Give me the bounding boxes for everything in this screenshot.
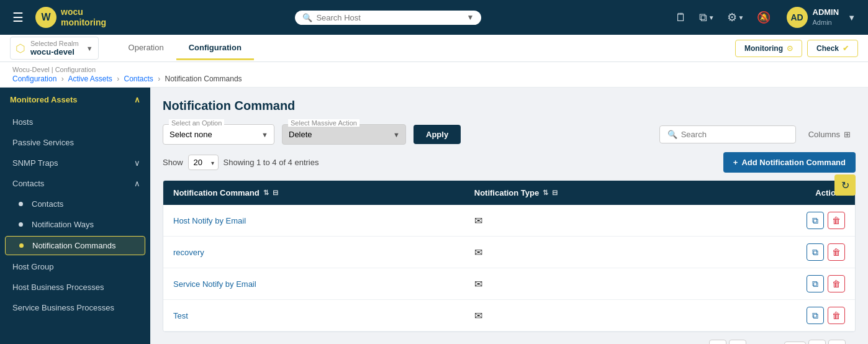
breadcrumb-bar: Wocu-Devel | Configuration Configuration…: [0, 62, 868, 88]
email-icon-3: ✉: [474, 310, 482, 321]
monitoring-icon: ⊙: [787, 44, 793, 53]
notif-ways-dot: [19, 222, 23, 227]
toolbar: Select an Option Select none ▼ Select Ma…: [163, 124, 856, 145]
sidebar-item-host-business-processes[interactable]: Host Business Processes: [0, 277, 150, 297]
cell-command-2: Service Notify by Email: [163, 268, 464, 300]
delete-button-2[interactable]: 🗑: [828, 275, 845, 292]
add-icon: +: [733, 158, 738, 167]
copy-button-3[interactable]: ⧉: [807, 307, 824, 324]
apply-button[interactable]: Apply: [414, 125, 461, 144]
breadcrumb-active-assets[interactable]: Active Assets: [68, 75, 112, 83]
select-option-dropdown[interactable]: Select none: [163, 124, 274, 145]
show-entries-wrap: 20 ▾: [188, 155, 219, 170]
top-right-btns: Monitoring ⊙ Check ✔: [735, 40, 858, 57]
sidebar-item-notification-ways[interactable]: Notification Ways: [0, 214, 150, 235]
tab-operation[interactable]: Operation: [116, 37, 176, 60]
settings-dropdown-icon: ▼: [738, 14, 744, 21]
cell-command-0: Host Notify by Email: [163, 205, 464, 237]
delete-button-1[interactable]: 🗑: [828, 243, 845, 261]
hamburger-icon[interactable]: ☰: [7, 7, 29, 27]
refresh-icon: ↻: [841, 179, 849, 191]
breadcrumb-notification-commands: Notification Commands: [165, 75, 242, 83]
tab-bar: Operation Configuration: [116, 37, 254, 60]
pagination-page-select-wrap: 1 ▾: [784, 342, 806, 344]
tab-configuration[interactable]: Configuration: [176, 37, 254, 60]
breadcrumb: Configuration › Active Assets › Contacts…: [12, 75, 856, 83]
admin-profile-btn[interactable]: AD ADMIN Admin ▼: [782, 4, 861, 30]
admin-info: ADMIN Admin: [813, 7, 839, 27]
refresh-button[interactable]: ↻: [834, 174, 856, 196]
sidebar-contacts-section[interactable]: Contacts ∧: [0, 173, 150, 194]
realm-info: Selected Realm wocu-devel: [30, 40, 79, 57]
pagination-next-button[interactable]: ›: [808, 340, 826, 344]
th-notification-command: Notification Command ⇅ ⊟: [163, 181, 464, 205]
contacts-chevron-icon: ∧: [134, 179, 140, 188]
add-notification-command-button[interactable]: + Add Notification Command: [723, 152, 856, 173]
columns-button[interactable]: Columns ⊞: [803, 126, 856, 143]
top-nav: ☰ W wocu monitoring 🔍 ▼ 🗒 ⧉ ▼ ⚙ ▼ 🔕: [0, 0, 868, 35]
check-button[interactable]: Check ✔: [807, 40, 858, 57]
cell-type-2: ✉: [464, 268, 714, 300]
cell-actions-1: ⧉ 🗑: [714, 237, 855, 268]
search-input[interactable]: [316, 13, 463, 22]
pagination-page-select[interactable]: 1: [784, 342, 806, 344]
alert-icon: 🔕: [757, 11, 771, 24]
th-notification-type: Notification Type ⇅ ⊟: [464, 181, 714, 205]
cell-actions-3: ⧉ 🗑: [714, 300, 855, 332]
cell-type-1: ✉: [464, 237, 714, 268]
sidebar-item-contacts[interactable]: Contacts: [0, 194, 150, 214]
cell-type-0: ✉: [464, 205, 714, 237]
email-icon-1: ✉: [474, 247, 482, 258]
delete-button-0[interactable]: 🗑: [828, 212, 845, 229]
cell-command-3: Test: [163, 300, 464, 332]
monitoring-button[interactable]: Monitoring ⊙: [735, 40, 802, 57]
filter-icon-type[interactable]: ⊟: [552, 189, 558, 197]
host-search-bar[interactable]: 🔍 ▼: [295, 11, 481, 25]
copy-button-1[interactable]: ⧉: [807, 243, 824, 261]
sort-icon-command[interactable]: ⇅: [263, 189, 269, 197]
sidebar-item-notification-commands[interactable]: Notification Commands: [5, 236, 145, 255]
cell-command-1: recovery: [163, 237, 464, 268]
screen-nav-btn[interactable]: ⧉ ▼: [694, 7, 720, 28]
show-entries-select[interactable]: 20: [188, 155, 219, 170]
search-dropdown-icon[interactable]: ▼: [467, 13, 474, 22]
search-icon: 🔍: [667, 130, 677, 139]
avatar: AD: [787, 7, 808, 28]
sidebar-item-service-business-processes[interactable]: Service Business Processes: [0, 297, 150, 318]
breadcrumb-configuration[interactable]: Configuration: [12, 75, 57, 83]
select-massive-dropdown[interactable]: Delete: [282, 124, 406, 145]
pagination-first-button[interactable]: «: [709, 340, 726, 344]
email-icon-0: ✉: [474, 215, 482, 226]
sort-icon-type[interactable]: ⇅: [543, 189, 548, 197]
sidebar-item-passive-services[interactable]: Passive Services: [0, 132, 150, 153]
cell-actions-0: ⧉ 🗑: [714, 205, 855, 237]
sidebar-item-hosts[interactable]: Hosts: [0, 112, 150, 132]
realm-selector[interactable]: ⬡ Selected Realm wocu-devel ▼: [10, 37, 99, 60]
screen-dropdown-icon: ▼: [708, 14, 715, 21]
notes-nav-btn[interactable]: 🗒: [671, 7, 692, 28]
admin-dropdown-icon: ▼: [848, 13, 856, 22]
sidebar-item-snmp-traps[interactable]: SNMP Traps ∨: [0, 153, 150, 173]
cell-type-3: ✉: [464, 300, 714, 332]
alert-nav-btn[interactable]: 🔕: [752, 7, 775, 28]
delete-button-3[interactable]: 🗑: [828, 307, 845, 324]
realm-bar: ⬡ Selected Realm wocu-devel ▼ Operation …: [0, 35, 868, 62]
table-search-input[interactable]: [681, 130, 788, 139]
sidebar-item-host-group[interactable]: Host Group: [0, 256, 150, 277]
table-row: Host Notify by Email ✉ ⧉ 🗑: [163, 205, 855, 237]
copy-button-2[interactable]: ⧉: [807, 275, 824, 292]
settings-nav-btn[interactable]: ⚙ ▼: [722, 7, 749, 28]
pagination: « ‹ 1 of 1 1 ▾ › »: [163, 332, 856, 344]
notif-cmds-dot: [19, 243, 24, 248]
table-row: Test ✉ ⧉ 🗑: [163, 300, 855, 332]
breadcrumb-contacts[interactable]: Contacts: [124, 75, 153, 83]
filter-icon-command[interactable]: ⊟: [273, 189, 278, 197]
pagination-last-button[interactable]: »: [828, 340, 846, 344]
copy-button-0[interactable]: ⧉: [807, 212, 824, 229]
check-icon: ✔: [843, 44, 849, 53]
sidebar-monitored-assets-header[interactable]: Monitored Assets ∧: [0, 88, 150, 112]
pagination-prev-button[interactable]: ‹: [729, 340, 746, 344]
notes-icon: 🗒: [676, 11, 687, 24]
table-row: recovery ✉ ⧉ 🗑: [163, 237, 855, 268]
entries-info: Showing 1 to 4 of 4 entries: [224, 158, 319, 167]
